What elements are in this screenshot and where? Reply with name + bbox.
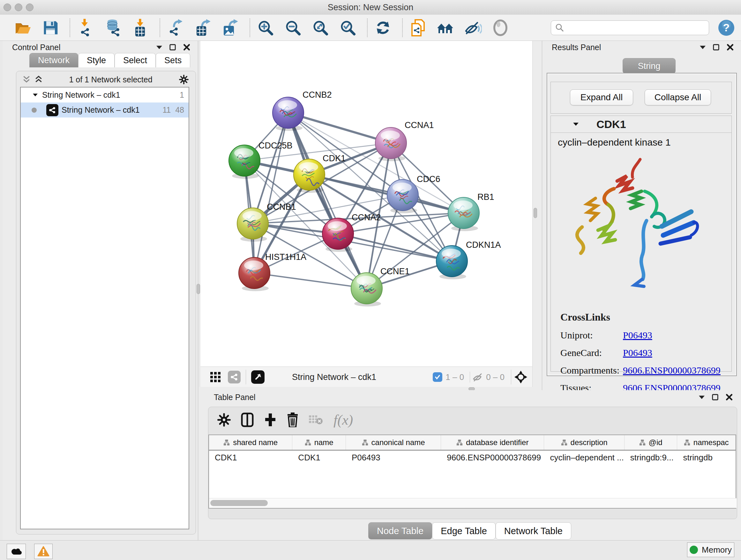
collapse-panel-icon[interactable] (700, 45, 705, 50)
refresh-button[interactable] (374, 17, 393, 38)
table-row[interactable]: CDK1CDK1P064939606.ENSP00000378699cyclin… (209, 450, 736, 464)
string-import-button[interactable] (408, 17, 428, 38)
crosslink-row: Uniprot:P06493 (560, 330, 721, 341)
node-CDC6[interactable] (387, 179, 418, 213)
crosslink-value-link[interactable]: 9606.ENSP00000378699 (623, 365, 721, 376)
node-CDK1[interactable] (293, 159, 325, 193)
column-header--id[interactable]: @id (624, 435, 677, 450)
import-database-button[interactable] (104, 17, 123, 38)
home-button[interactable] (436, 17, 455, 38)
node-CCNA1[interactable] (375, 127, 407, 161)
warnings-button[interactable] (34, 544, 53, 559)
hide-results-button[interactable] (463, 17, 482, 38)
column-header-name[interactable]: name (292, 435, 346, 450)
tab-node-table[interactable]: Node Table (368, 522, 432, 540)
column-header-canonical-name[interactable]: canonical name (346, 435, 441, 450)
open-session-button[interactable] (13, 17, 32, 38)
splitter-handle[interactable] (534, 208, 537, 218)
tab-style[interactable]: Style (78, 53, 115, 67)
column-header-database-identifier[interactable]: database identifier (441, 435, 544, 450)
search-input[interactable] (564, 23, 703, 33)
zoom-out-button[interactable] (283, 17, 302, 38)
zoom-fit-button[interactable] (311, 17, 330, 38)
close-panel-icon[interactable] (726, 394, 733, 401)
delete-column-icon[interactable] (287, 413, 298, 427)
node-CCNE1[interactable] (351, 273, 382, 307)
selected-checkbox-icon[interactable] (433, 372, 442, 382)
show-panel-button[interactable] (491, 17, 510, 38)
import-table-button[interactable] (131, 17, 150, 38)
crosslink-value-link[interactable]: P06493 (623, 330, 652, 341)
network-collection-row[interactable]: String Network – cdk1 1 (21, 87, 189, 103)
network-canvas[interactable]: CCNB2CCNA1CDC25BCDK1CDC6RB1CCNB1CCNA2CDK… (200, 41, 532, 367)
node-CDKN1A[interactable] (436, 246, 468, 279)
node-RB1[interactable] (448, 197, 479, 231)
tab-string[interactable]: String (623, 58, 676, 74)
table-cell: stringdb:9... (624, 450, 677, 464)
export-network-button[interactable] (166, 17, 185, 38)
collapse-all-button[interactable]: Collapse All (645, 89, 711, 105)
column-header-namespac[interactable]: namespac (677, 435, 736, 450)
detach-view-button[interactable] (251, 370, 265, 384)
table-gear-icon[interactable] (217, 413, 231, 427)
export-table-button[interactable] (193, 17, 212, 38)
tab-select[interactable]: Select (115, 53, 156, 67)
node-HIST1H1A[interactable] (239, 257, 270, 291)
expand-all-button[interactable]: Expand All (570, 89, 633, 105)
network-share-button[interactable] (228, 371, 241, 383)
tab-edge-table[interactable]: Edge Table (432, 522, 495, 540)
float-panel-icon[interactable] (713, 44, 720, 51)
float-panel-icon[interactable] (712, 394, 719, 401)
node-label-CCNA1: CCNA1 (405, 120, 434, 130)
table-body: CDK1CDK1P064939606.ENSP00000378699cyclin… (209, 450, 736, 464)
node-CDC25B[interactable] (229, 145, 260, 179)
node-result-header[interactable]: CDK1 (551, 116, 731, 133)
collapse-panel-icon[interactable] (699, 395, 704, 399)
network-row-selected[interactable]: String Network – cdk1 11 48 (21, 103, 189, 118)
help-button[interactable]: ? (718, 17, 735, 38)
node-CCNB2[interactable] (273, 97, 304, 131)
horizontal-scrollbar[interactable] (209, 498, 737, 508)
results-panel: Results Panel String Expand All Collapse… (542, 41, 741, 390)
network-selected-status: 1 of 1 Network selected (43, 75, 179, 84)
memory-button[interactable]: Memory (687, 543, 734, 557)
export-image-button[interactable] (221, 17, 240, 38)
gear-icon[interactable] (179, 75, 189, 84)
tab-sets[interactable]: Sets (156, 53, 190, 67)
crosslink-value-link[interactable]: P06493 (623, 348, 652, 358)
node-count: 11 (162, 105, 171, 115)
crosslink-label: Uniprot: (560, 330, 623, 341)
edge-count: 48 (175, 105, 184, 115)
zoom-in-button[interactable] (256, 17, 275, 38)
node-CCNB1[interactable] (237, 208, 268, 242)
create-column-icon[interactable] (264, 413, 277, 427)
table-cell: CDK1 (292, 450, 346, 464)
expand-all-icon[interactable] (35, 75, 43, 84)
search-box[interactable] (551, 20, 709, 35)
zoom-selected-button[interactable] (338, 17, 357, 38)
column-header-shared-name[interactable]: shared name (209, 435, 292, 450)
column-header-description[interactable]: description (544, 435, 624, 450)
tree-expander-icon[interactable] (33, 93, 38, 97)
table-cell: 9606.ENSP00000378699 (441, 450, 544, 464)
float-panel-icon[interactable] (169, 44, 176, 51)
close-panel-icon[interactable] (727, 44, 734, 51)
show-columns-icon[interactable] (241, 413, 254, 427)
crosshair-icon[interactable] (515, 371, 527, 383)
tab-network[interactable]: Network (29, 53, 78, 67)
collapse-panel-icon[interactable] (156, 45, 162, 50)
save-session-button[interactable] (41, 17, 60, 38)
birds-eye-grid-icon[interactable] (210, 372, 221, 382)
tab-network-table[interactable]: Network Table (495, 522, 571, 540)
application-window: Session: New Session (0, 0, 741, 560)
splitter-handle[interactable] (197, 284, 200, 294)
collapse-entry-icon[interactable] (573, 122, 579, 126)
cloud-button[interactable] (7, 544, 26, 559)
collapse-all-icon[interactable] (23, 75, 30, 84)
scrollbar-thumb[interactable] (210, 500, 268, 506)
edge-CDK1-RB1 (309, 175, 464, 213)
node-label-CCNE1: CCNE1 (381, 266, 410, 276)
function-builder-icon-disabled: f(x) (333, 412, 353, 428)
close-panel-icon[interactable] (183, 44, 190, 51)
import-network-button[interactable] (76, 17, 95, 38)
